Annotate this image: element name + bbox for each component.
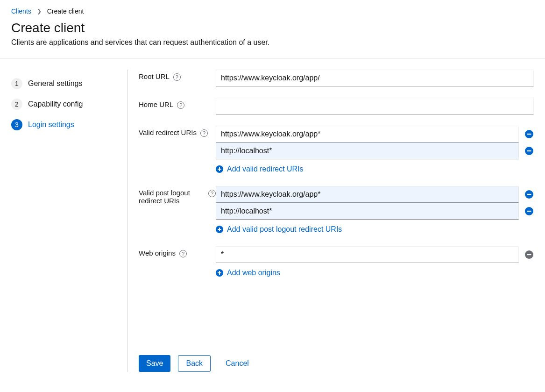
help-icon[interactable]: ? bbox=[208, 190, 216, 197]
svg-rect-8 bbox=[527, 194, 531, 195]
post-logout-uri-input[interactable] bbox=[216, 186, 519, 203]
minus-circle-icon bbox=[525, 207, 533, 215]
minus-circle-icon bbox=[525, 250, 533, 259]
redirect-uri-input[interactable] bbox=[216, 126, 519, 143]
remove-button[interactable] bbox=[524, 129, 534, 139]
step-label: Login settings bbox=[28, 121, 74, 129]
help-icon[interactable]: ? bbox=[173, 73, 181, 81]
remove-button[interactable] bbox=[524, 250, 534, 259]
svg-rect-10 bbox=[527, 211, 531, 212]
web-origin-input[interactable] bbox=[216, 246, 519, 263]
minus-circle-icon bbox=[525, 190, 533, 199]
add-redirect-uri-button[interactable]: Add valid redirect URIs bbox=[216, 165, 304, 173]
plus-circle-icon bbox=[216, 226, 223, 233]
minus-circle-icon bbox=[525, 147, 533, 155]
help-icon[interactable]: ? bbox=[177, 101, 184, 109]
add-link-label: Add web origins bbox=[227, 269, 280, 277]
step-label: General settings bbox=[28, 79, 83, 88]
help-icon[interactable]: ? bbox=[179, 250, 187, 257]
breadcrumb-parent-link[interactable]: Clients bbox=[11, 7, 31, 15]
add-web-origin-button[interactable]: Add web origins bbox=[216, 269, 280, 277]
home-url-input[interactable] bbox=[216, 98, 534, 114]
breadcrumb-current: Create client bbox=[47, 7, 84, 15]
svg-rect-18 bbox=[219, 271, 220, 275]
step-label: Capability config bbox=[28, 100, 83, 108]
root-url-label: Root URL bbox=[139, 72, 170, 80]
wizard-step-login-settings[interactable]: 3 Login settings bbox=[11, 114, 127, 135]
add-link-label: Add valid post logout redirect URIs bbox=[227, 225, 342, 234]
post-logout-uris-label: Valid post logout redirect URIs bbox=[139, 189, 205, 205]
remove-button[interactable] bbox=[524, 207, 534, 216]
breadcrumb: Clients ❯ Create client bbox=[0, 0, 545, 21]
step-number: 1 bbox=[11, 78, 22, 89]
wizard-step-general-settings[interactable]: 1 General settings bbox=[11, 73, 127, 94]
redirect-uris-label: Valid redirect URIs bbox=[139, 128, 197, 136]
svg-rect-3 bbox=[527, 150, 531, 151]
redirect-uri-input[interactable] bbox=[216, 143, 519, 159]
remove-button[interactable] bbox=[524, 146, 534, 156]
svg-rect-15 bbox=[527, 254, 531, 255]
plus-circle-icon bbox=[216, 269, 223, 277]
page-title: Create client bbox=[11, 21, 534, 36]
add-post-logout-uri-button[interactable]: Add valid post logout redirect URIs bbox=[216, 225, 342, 234]
wizard-nav: 1 General settings 2 Capability config 3… bbox=[11, 70, 127, 372]
help-icon[interactable]: ? bbox=[200, 129, 208, 137]
page-header: Create client Clients are applications a… bbox=[0, 21, 545, 58]
wizard-footer: Save Back Cancel bbox=[139, 355, 534, 372]
post-logout-uri-input[interactable] bbox=[216, 203, 519, 220]
home-url-label: Home URL bbox=[139, 100, 173, 108]
plus-circle-icon bbox=[216, 165, 223, 173]
back-button[interactable]: Back bbox=[178, 355, 211, 372]
cancel-button[interactable]: Cancel bbox=[218, 355, 256, 372]
step-number: 3 bbox=[11, 119, 22, 130]
step-number: 2 bbox=[11, 99, 22, 110]
web-origins-label: Web origins bbox=[139, 249, 176, 257]
save-button[interactable]: Save bbox=[139, 355, 170, 372]
page-description: Clients are applications and services th… bbox=[11, 38, 534, 47]
root-url-input[interactable] bbox=[216, 70, 534, 86]
svg-rect-13 bbox=[219, 228, 220, 231]
remove-button[interactable] bbox=[524, 190, 534, 199]
svg-rect-6 bbox=[219, 167, 220, 171]
wizard-step-capability-config[interactable]: 2 Capability config bbox=[11, 94, 127, 114]
add-link-label: Add valid redirect URIs bbox=[227, 165, 304, 173]
minus-circle-icon bbox=[525, 130, 533, 138]
chevron-right-icon: ❯ bbox=[37, 8, 42, 14]
svg-rect-1 bbox=[527, 134, 531, 135]
